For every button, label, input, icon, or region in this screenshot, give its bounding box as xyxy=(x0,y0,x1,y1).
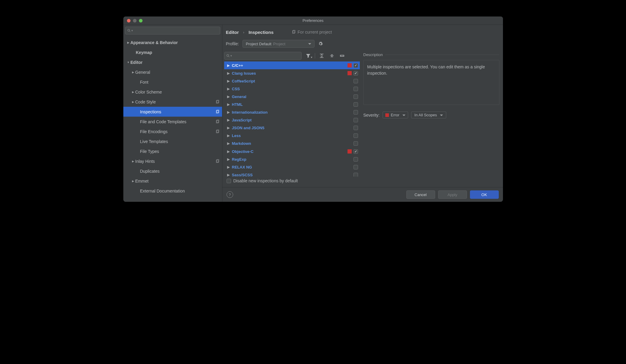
severity-select[interactable]: Error xyxy=(383,112,408,118)
inspection-name: CSS xyxy=(232,87,354,91)
inspection-row-regexp[interactable]: ▶RegExp xyxy=(224,155,360,163)
severity-indicator xyxy=(348,149,352,154)
inspection-checkbox[interactable] xyxy=(354,71,358,76)
sidebar-item-file-encodings[interactable]: File Encodings xyxy=(123,127,222,136)
inspection-row-clang-issues[interactable]: ▶Clang Issues xyxy=(224,69,360,77)
inspection-checkbox[interactable] xyxy=(354,79,358,83)
sidebar-item-label: Font xyxy=(140,80,220,85)
svg-rect-19 xyxy=(340,55,344,56)
inspection-checkbox[interactable] xyxy=(354,141,358,146)
disable-new-label: Disable new inspections by default xyxy=(233,178,298,183)
inspection-row-c-c-[interactable]: ▶C/C++ xyxy=(224,61,360,69)
chevron-right-icon: ▶ xyxy=(227,126,232,130)
sidebar-item-font[interactable]: Font xyxy=(123,77,222,87)
inspection-checkbox[interactable] xyxy=(354,118,358,122)
chevron-right-icon: ▶ xyxy=(227,157,232,161)
inspection-checkbox[interactable] xyxy=(354,157,358,162)
inspection-search-input[interactable]: ▾ xyxy=(224,52,302,60)
chevron-right-icon: ▶ xyxy=(227,165,232,169)
inspection-name: Markdown xyxy=(232,141,354,146)
sidebar-item-inspections[interactable]: Inspections xyxy=(123,107,222,117)
inspection-checkbox[interactable] xyxy=(354,165,358,169)
inspection-row-html[interactable]: ▶HTML xyxy=(224,100,360,108)
sidebar-item-label: File and Code Templates xyxy=(140,119,215,124)
expand-all-icon[interactable] xyxy=(318,53,325,58)
description-title: Description xyxy=(363,52,499,57)
inspection-checkbox[interactable] xyxy=(354,110,358,115)
help-button[interactable]: ? xyxy=(227,191,233,198)
inspection-checkbox[interactable] xyxy=(354,94,358,99)
apply-button[interactable]: Apply xyxy=(438,190,467,199)
svg-point-0 xyxy=(128,29,130,31)
sidebar-item-keymap[interactable]: Keymap xyxy=(123,47,222,57)
inspection-row-javascript[interactable]: ▶JavaScript xyxy=(224,116,360,124)
copy-icon xyxy=(292,30,296,34)
reset-icon[interactable] xyxy=(339,53,346,58)
inspection-list[interactable]: ▶C/C++▶Clang Issues▶CoffeeScript▶CSS▶Gen… xyxy=(224,61,360,177)
scope-select[interactable]: In All Scopes xyxy=(411,112,446,118)
chevron-right-icon: ▶ xyxy=(227,71,232,75)
ok-button[interactable]: OK xyxy=(470,190,499,199)
inspection-row-markdown[interactable]: ▶Markdown xyxy=(224,140,360,148)
sidebar-item-label: Live Templates xyxy=(140,139,220,144)
sidebar-item-label: External Documentation xyxy=(140,189,220,193)
sidebar-item-label: Duplicates xyxy=(140,169,220,174)
copy-icon xyxy=(215,130,220,134)
sidebar-item-color-scheme[interactable]: ▶Color Scheme xyxy=(123,87,222,97)
inspection-row-json-and-json5[interactable]: ▶JSON and JSON5 xyxy=(224,124,360,132)
sidebar-item-label: Emmet xyxy=(135,179,220,183)
profile-select[interactable]: Project Default Project xyxy=(242,40,315,48)
inspection-row-relax-ng[interactable]: ▶RELAX NG xyxy=(224,163,360,171)
chevron-right-icon: ▶ xyxy=(227,173,232,177)
chevron-right-icon: ▶ xyxy=(227,64,232,67)
sidebar-item-duplicates[interactable]: Duplicates xyxy=(123,166,222,176)
preferences-window: Preferences ▾ ▶Appearance & BehaviorKeym… xyxy=(123,16,503,202)
titlebar: Preferences xyxy=(123,16,503,25)
inspection-row-less[interactable]: ▶Less xyxy=(224,132,360,140)
sidebar-item-appearance-behavior[interactable]: ▶Appearance & Behavior xyxy=(123,37,222,47)
inspection-name: RegExp xyxy=(232,157,354,162)
sidebar-item-code-style[interactable]: ▶Code Style xyxy=(123,97,222,107)
breadcrumb-root[interactable]: Editor xyxy=(226,30,239,35)
collapse-all-icon[interactable] xyxy=(328,53,336,58)
sidebar-item-general[interactable]: ▶General xyxy=(123,67,222,77)
sidebar-item-editor[interactable]: ▼Editor xyxy=(123,57,222,67)
chevron-right-icon: ▶ xyxy=(227,87,232,91)
inspection-name: JSON and JSON5 xyxy=(232,126,354,130)
sidebar-item-external-documentation[interactable]: External Documentation xyxy=(123,186,222,196)
gear-icon[interactable] xyxy=(318,41,323,46)
sidebar-item-emmet[interactable]: ▶Emmet xyxy=(123,176,222,186)
sidebar-item-file-and-code-templates[interactable]: File and Code Templates xyxy=(123,117,222,127)
cancel-button[interactable]: Cancel xyxy=(406,190,435,199)
chevron-right-icon: ▶ xyxy=(227,142,232,145)
chevron-right-icon: ▶ xyxy=(131,100,135,103)
chevron-right-icon: ▶ xyxy=(227,95,232,99)
sidebar-item-label: Color Scheme xyxy=(135,90,220,94)
inspection-checkbox[interactable] xyxy=(354,63,358,68)
inspection-checkbox[interactable] xyxy=(354,87,358,91)
breadcrumb: Editor › Inspections For current project xyxy=(222,25,503,37)
inspection-checkbox[interactable] xyxy=(354,173,358,177)
sidebar-search-input[interactable]: ▾ xyxy=(125,27,220,34)
sidebar-item-file-types[interactable]: File Types xyxy=(123,146,222,156)
inspection-row-css[interactable]: ▶CSS xyxy=(224,85,360,93)
inspection-checkbox[interactable] xyxy=(354,149,358,154)
inspection-row-internationalization[interactable]: ▶Internationalization xyxy=(224,109,360,116)
sidebar-item-inlay-hints[interactable]: ▶Inlay Hints xyxy=(123,156,222,166)
copy-icon xyxy=(215,100,220,104)
filter-icon[interactable]: ▾ xyxy=(305,53,312,58)
sidebar-item-label: File Encodings xyxy=(140,129,215,134)
inspection-checkbox[interactable] xyxy=(354,102,358,107)
sidebar-item-live-templates[interactable]: Live Templates xyxy=(123,136,222,146)
inspection-row-sass-scss[interactable]: ▶Sass/SCSS xyxy=(224,171,360,177)
sidebar-item-label: File Types xyxy=(140,149,220,154)
sidebar-item-label: Editor xyxy=(131,60,220,65)
inspection-row-coffeescript[interactable]: ▶CoffeeScript xyxy=(224,77,360,85)
inspection-row-general[interactable]: ▶General xyxy=(224,93,360,100)
inspection-row-objective-c[interactable]: ▶Objective-C xyxy=(224,148,360,155)
inspection-checkbox[interactable] xyxy=(354,126,358,130)
disable-new-checkbox[interactable] xyxy=(227,179,231,183)
inspection-checkbox[interactable] xyxy=(354,133,358,138)
severity-indicator xyxy=(348,63,352,67)
inspection-name: HTML xyxy=(232,102,354,107)
